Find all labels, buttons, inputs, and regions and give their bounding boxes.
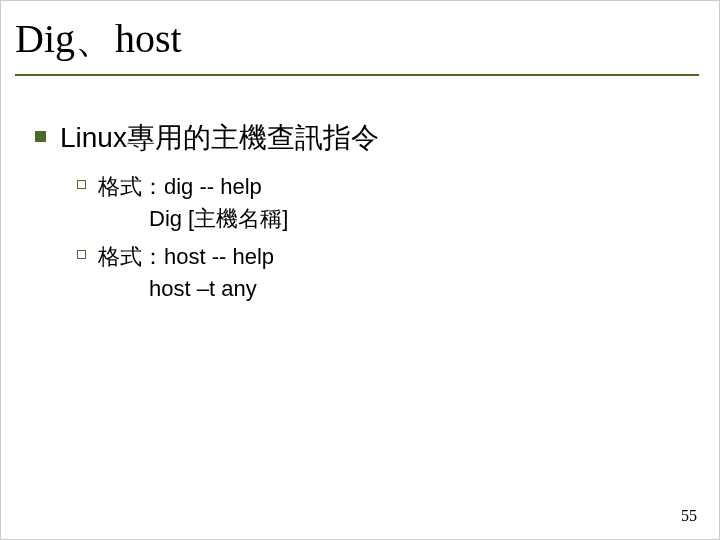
bullet-level1: Linux專用的主機查訊指令 [35,119,679,157]
page-number: 55 [681,507,697,525]
bullet-level2: 格式：host -- help [77,241,679,273]
title-block: Dig、host [15,11,699,76]
level2-block: 格式：dig -- help Dig [主機名稱] 格式：host -- hel… [77,171,679,305]
slide: Dig、host Linux專用的主機查訊指令 格式：dig -- help D… [0,0,720,540]
hollow-square-icon [77,180,86,189]
square-bullet-icon [35,131,46,142]
title-underline [15,74,699,76]
hollow-square-icon [77,250,86,259]
content-area: Linux專用的主機查訊指令 格式：dig -- help Dig [主機名稱]… [35,119,679,305]
level2-text: 格式：dig -- help [98,171,262,203]
slide-title: Dig、host [15,11,699,72]
level1-text: Linux專用的主機查訊指令 [60,119,379,157]
level2-continuation: host –t any [149,273,679,305]
level2-continuation: Dig [主機名稱] [149,203,679,235]
level2-text: 格式：host -- help [98,241,274,273]
bullet-level2: 格式：dig -- help [77,171,679,203]
